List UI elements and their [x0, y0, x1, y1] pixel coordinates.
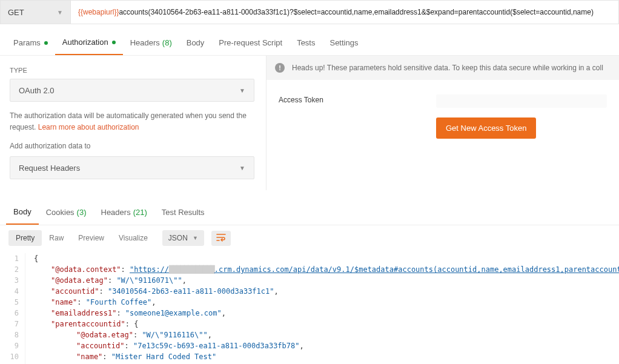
auth-right-column: ! Heads up! These parameters hold sensit… [266, 56, 619, 190]
auth-content: TYPE OAuth 2.0 ▼ The authorization data … [0, 56, 619, 190]
request-url-bar: GET ▼ {{webapiurl}}accounts(34010564-2b6… [0, 0, 619, 24]
view-preview[interactable]: Preview [71, 230, 111, 246]
response-tab-test-results[interactable]: Test Results [154, 200, 212, 225]
access-token-label: Access Token [279, 94, 436, 104]
tab-settings[interactable]: Settings [322, 29, 365, 55]
response-tab-body[interactable]: Body [6, 200, 39, 225]
response-view-toolbar: Pretty Raw Preview Visualize JSON ▼ [0, 225, 619, 251]
tab-tests[interactable]: Tests [290, 29, 322, 55]
auth-left-column: TYPE OAuth 2.0 ▼ The authorization data … [0, 56, 266, 190]
line-gutter: 123456789101112 [0, 253, 25, 364]
url-path: accounts(34010564-2b63-ea11-a811-000d3a3… [119, 8, 594, 16]
type-label: TYPE [10, 67, 256, 74]
params-active-dot-icon [44, 41, 48, 45]
request-tabs: Params Authorization Headers(8) Body Pre… [0, 29, 619, 56]
tab-authorization[interactable]: Authorization [55, 29, 123, 55]
auth-help-text: The authorization data will be automatic… [10, 110, 256, 133]
learn-more-link[interactable]: Learn more about authorization [38, 123, 139, 131]
response-format-select[interactable]: JSON ▼ [162, 230, 204, 246]
response-tab-cookies[interactable]: Cookies(3) [39, 200, 94, 225]
access-token-row: Access Token Get New Access Token [266, 80, 619, 145]
url-input[interactable]: {{webapiurl}}accounts(34010564-2b63-ea11… [71, 1, 618, 24]
http-method-value: GET [8, 8, 24, 17]
info-icon: ! [275, 63, 285, 73]
get-new-access-token-button[interactable]: Get New Access Token [436, 117, 536, 139]
view-visualize[interactable]: Visualize [111, 230, 155, 246]
chevron-down-icon: ▼ [239, 165, 245, 171]
auth-active-dot-icon [112, 41, 116, 44]
chevron-down-icon: ▼ [239, 87, 245, 94]
response-tab-headers[interactable]: Headers(21) [94, 200, 154, 225]
http-method-select[interactable]: GET ▼ [1, 1, 71, 24]
response-tabs: Body Cookies(3) Headers(21) Test Results [0, 200, 619, 225]
wrap-lines-icon[interactable] [211, 231, 231, 246]
tab-prerequest[interactable]: Pre-request Script [211, 29, 290, 55]
tab-params[interactable]: Params [6, 29, 55, 55]
chevron-down-icon: ▼ [193, 235, 198, 241]
tab-headers[interactable]: Headers(8) [123, 29, 179, 55]
chevron-down-icon: ▼ [57, 9, 63, 16]
auth-type-select[interactable]: OAuth 2.0 ▼ [10, 79, 254, 102]
tab-body[interactable]: Body [179, 29, 212, 55]
view-pretty[interactable]: Pretty [8, 230, 42, 246]
access-token-value[interactable] [436, 94, 607, 108]
view-raw[interactable]: Raw [42, 230, 71, 246]
add-auth-to-select[interactable]: Request Headers ▼ [10, 156, 254, 179]
code-content: { "@odata.context": "https://███████████… [25, 253, 619, 364]
response-body-code[interactable]: 123456789101112 { "@odata.context": "htt… [0, 251, 619, 364]
add-auth-to-label: Add authorization data to [10, 142, 256, 150]
url-variable: {{webapiurl}} [78, 8, 119, 16]
sensitive-data-banner: ! Heads up! These parameters hold sensit… [266, 56, 619, 80]
